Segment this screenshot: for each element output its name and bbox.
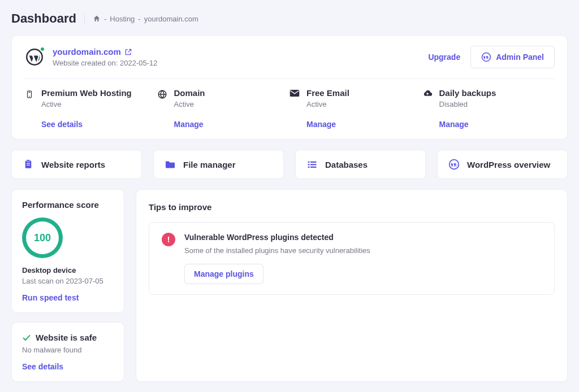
upgrade-link[interactable]: Upgrade (428, 53, 460, 62)
hosting-see-details-link[interactable]: See details (41, 120, 132, 129)
site-created-label: Website created on: 2022-05-12 (53, 59, 158, 67)
email-manage-link[interactable]: Manage (306, 120, 349, 129)
tool-wordpress-overview[interactable]: WordPress overview (437, 150, 568, 179)
status-dot-icon (40, 46, 45, 52)
performance-score-ring: 100 (22, 217, 63, 258)
status-domain: Domain Active Manage (157, 88, 290, 129)
external-link-icon (124, 48, 132, 56)
clipboard-icon (22, 158, 34, 171)
checkmark-icon (22, 334, 31, 342)
server-icon (24, 89, 34, 99)
globe-icon (157, 89, 167, 99)
wordpress-avatar (24, 47, 45, 67)
performance-card: Performance score 100 Desktop device Las… (11, 189, 124, 313)
wordpress-icon (481, 52, 491, 62)
backup-manage-link[interactable]: Manage (439, 120, 496, 129)
divider (84, 13, 85, 24)
svg-rect-8 (27, 160, 30, 162)
site-domain-link[interactable]: yourdomain.com (53, 47, 158, 56)
site-overview-card: yourdomain.com Website created on: 2022-… (11, 35, 568, 140)
svg-rect-4 (28, 92, 31, 93)
tip-subtitle: Some of the installed plugins have secur… (184, 246, 370, 255)
performance-score-value: 100 (34, 232, 51, 244)
svg-rect-15 (308, 167, 310, 168)
breadcrumb-domain[interactable]: yourdomain.com (144, 15, 198, 23)
svg-rect-7 (25, 160, 32, 168)
tools-row: Website reports File manager Databases W… (11, 150, 568, 179)
safety-see-details-link[interactable]: See details (22, 362, 114, 371)
domain-manage-link[interactable]: Manage (174, 120, 205, 129)
tool-file-manager[interactable]: File manager (153, 150, 284, 179)
safety-card: Website is safe No malware found See det… (11, 322, 124, 382)
page-header: Dashboard - Hosting - yourdomain.com (11, 11, 568, 26)
breadcrumb: - Hosting - yourdomain.com (93, 15, 198, 23)
svg-rect-10 (27, 165, 30, 165)
tip-item: ! Vulnerable WordPress plugins detected … (149, 222, 555, 295)
wordpress-icon (448, 158, 460, 171)
cloud-backup-icon (422, 89, 433, 98)
svg-rect-9 (27, 163, 30, 164)
status-email: Free Email Active Manage (290, 88, 422, 129)
run-speed-test-link[interactable]: Run speed test (22, 293, 114, 302)
home-icon[interactable] (93, 15, 101, 23)
tool-website-reports[interactable]: Website reports (11, 150, 142, 179)
manage-plugins-button[interactable]: Manage plugins (184, 264, 263, 284)
svg-rect-12 (310, 162, 317, 163)
status-hosting: Premium Web Hosting Active See details (24, 88, 157, 129)
folder-icon (164, 158, 176, 171)
svg-rect-13 (308, 164, 310, 165)
tip-title: Vulnerable WordPress plugins detected (184, 233, 370, 242)
page-title: Dashboard (11, 11, 76, 26)
svg-rect-14 (310, 164, 317, 165)
svg-rect-16 (310, 167, 317, 168)
email-icon (290, 89, 300, 97)
status-backup: Daily backups Disabled Manage (422, 88, 555, 129)
tool-databases[interactable]: Databases (295, 150, 426, 179)
tips-card: Tips to improve ! Vulnerable WordPress p… (136, 189, 568, 382)
alert-icon: ! (162, 233, 175, 246)
svg-point-3 (29, 96, 30, 97)
svg-rect-11 (308, 162, 310, 163)
list-icon (306, 158, 318, 171)
admin-panel-button[interactable]: Admin Panel (470, 46, 555, 68)
breadcrumb-hosting[interactable]: Hosting (110, 15, 135, 23)
